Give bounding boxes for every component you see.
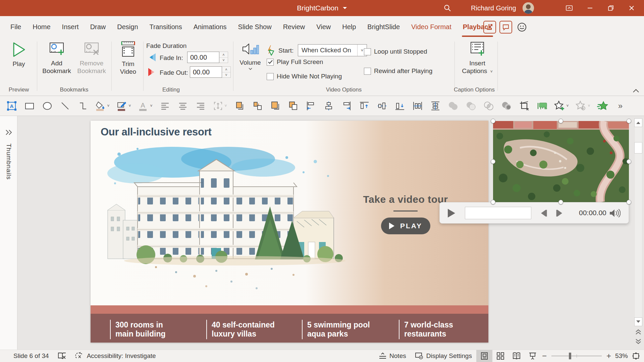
collapse-ribbon-button[interactable] — [633, 89, 639, 93]
fade-out-down-arrow[interactable]: ˅ — [222, 72, 230, 78]
tab-slide-show[interactable]: Slide Show — [232, 16, 277, 38]
align-objects-left-icon[interactable] — [302, 98, 320, 114]
merge-union-icon[interactable] — [444, 98, 462, 114]
add-bookmark-button[interactable]: AddBookmark — [40, 41, 74, 75]
merge-intersect-icon[interactable] — [480, 98, 497, 114]
search-icon[interactable] — [443, 4, 451, 12]
tab-insert[interactable]: Insert — [56, 16, 85, 38]
scrollbar-thumb[interactable] — [634, 142, 642, 154]
zoom-in-button[interactable]: + — [605, 351, 612, 361]
align-text-left-icon[interactable] — [156, 98, 174, 114]
tab-file[interactable]: File — [5, 16, 27, 38]
account-name[interactable]: Richard Goring — [471, 0, 516, 16]
thumbnails-panel-collapsed[interactable]: Thumbnails — [0, 116, 17, 350]
chevron-down-icon[interactable]: ˅ — [107, 104, 109, 108]
distribute-horizontally-icon[interactable] — [409, 98, 426, 114]
text-box-icon[interactable]: A — [3, 98, 20, 114]
slide-play-button[interactable]: PLAY — [381, 218, 430, 234]
tab-draw[interactable]: Draw — [85, 16, 112, 38]
next-frame-icon[interactable] — [555, 209, 564, 217]
align-text-center-icon[interactable] — [174, 98, 192, 114]
oval-icon[interactable] — [38, 98, 56, 114]
zoom-slider[interactable] — [551, 356, 602, 356]
avatar[interactable] — [523, 2, 534, 14]
rectangle-icon[interactable] — [20, 98, 38, 114]
view-slideshow-button[interactable] — [525, 350, 541, 362]
next-slide-button[interactable] — [635, 339, 642, 345]
player-progress-bar[interactable] — [465, 207, 531, 219]
star-settings-icon[interactable]: ˅ — [572, 98, 594, 114]
align-objects-bottom-icon[interactable] — [391, 98, 409, 114]
resize-handle-n[interactable] — [558, 119, 563, 123]
align-text-right-icon[interactable] — [192, 98, 209, 114]
rewind-after-playing-checkbox[interactable]: Rewind after Playing — [364, 67, 432, 75]
send-to-back-icon[interactable] — [284, 98, 302, 114]
player-play-icon[interactable] — [447, 208, 456, 218]
player-volume-icon[interactable] — [609, 209, 621, 218]
resize-handle-nw[interactable] — [491, 119, 495, 123]
fade-out-input[interactable] — [190, 66, 222, 78]
bring-forward-icon[interactable] — [231, 98, 249, 114]
zoom-slider-thumb[interactable] — [569, 353, 571, 359]
zoom-level[interactable]: 53% — [612, 352, 631, 360]
tab-help[interactable]: Help — [336, 16, 362, 38]
restore-button[interactable] — [600, 0, 621, 16]
remove-bookmark-button[interactable]: RemoveBookmark — [74, 41, 109, 75]
display-settings-button[interactable]: Display Settings — [411, 350, 476, 362]
tab-video-format[interactable]: Video Format — [406, 16, 457, 38]
scroll-up-button[interactable] — [634, 118, 642, 127]
expand-panel-icon[interactable] — [5, 129, 12, 135]
view-slide-sorter-button[interactable] — [492, 350, 508, 362]
align-objects-center-icon[interactable] — [320, 98, 337, 114]
view-reading-button[interactable] — [508, 350, 525, 362]
merge-subtract-icon[interactable] — [497, 98, 515, 114]
accessibility-status[interactable]: Accessibility: Investigate — [75, 352, 156, 360]
fade-out-up-arrow[interactable]: ˄ — [222, 67, 230, 72]
previous-slide-button[interactable] — [635, 329, 642, 335]
share-button[interactable] — [483, 21, 496, 34]
send-backward-icon[interactable] — [249, 98, 266, 114]
resize-handle-ne[interactable] — [627, 119, 631, 123]
distribute-vertically-icon[interactable] — [426, 98, 444, 114]
tab-design[interactable]: Design — [111, 16, 144, 38]
start-dropdown[interactable]: When Clicked On ˅ — [298, 44, 367, 56]
chevron-down-icon[interactable]: ˅ — [588, 104, 590, 108]
more-tools-icon[interactable]: » — [611, 98, 629, 114]
trim-video-button[interactable]: TrimVideo — [114, 41, 142, 75]
fade-in-down-arrow[interactable]: ˅ — [219, 58, 228, 63]
fade-in-input[interactable] — [187, 52, 219, 63]
tab-animations[interactable]: Animations — [188, 16, 232, 38]
tab-view[interactable]: View — [311, 16, 336, 38]
play-full-screen-checkbox[interactable]: Play Full Screen — [267, 58, 323, 66]
font-color-icon[interactable]: A ˅ — [135, 98, 156, 114]
notes-toggle[interactable]: Notes — [374, 350, 411, 362]
ribbon-display-options-icon[interactable] — [559, 0, 580, 16]
add-star-icon[interactable]: ˅ — [551, 98, 572, 114]
elbow-connector-icon[interactable] — [74, 98, 92, 114]
fill-color-icon[interactable]: ˅ — [92, 98, 113, 114]
resize-handle-w[interactable] — [491, 159, 495, 164]
scroll-down-button[interactable] — [634, 317, 642, 326]
view-normal-button[interactable] — [476, 350, 492, 362]
app-menu-button[interactable]: BrightCarbon — [297, 0, 347, 16]
insert-captions-button[interactable]: Insert Captions ˅ — [460, 41, 494, 76]
tab-transitions[interactable]: Transitions — [144, 16, 188, 38]
resize-handle-sw[interactable] — [491, 200, 495, 204]
chevron-down-icon[interactable]: ˅ — [224, 104, 227, 108]
align-objects-top-icon[interactable] — [355, 98, 373, 114]
tab-home[interactable]: Home — [27, 16, 56, 38]
zoom-out-button[interactable]: − — [541, 351, 548, 361]
slide-6[interactable]: Our all-inclusive resort — [91, 121, 488, 343]
chevron-down-icon[interactable]: ˅ — [150, 104, 152, 108]
tab-review[interactable]: Review — [277, 16, 311, 38]
previous-frame-icon[interactable] — [539, 209, 548, 217]
autofit-icon[interactable]: ˅ — [209, 98, 231, 114]
callout-icon[interactable] — [533, 98, 551, 114]
minimize-button[interactable] — [580, 0, 600, 16]
slide-title[interactable]: Our all-inclusive resort — [101, 126, 211, 138]
resize-handle-e[interactable] — [627, 159, 631, 164]
bring-to-front-icon[interactable] — [266, 98, 284, 114]
animation-star-icon[interactable] — [594, 98, 611, 114]
spell-check-icon[interactable] — [58, 352, 66, 360]
feedback-smiley-icon[interactable] — [516, 21, 528, 34]
